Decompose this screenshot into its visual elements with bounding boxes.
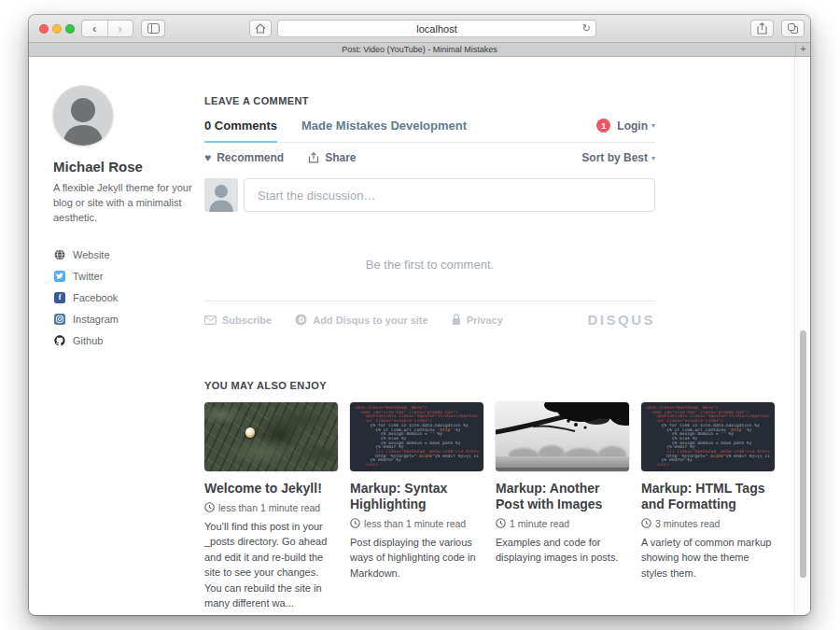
twitter-icon — [53, 270, 66, 282]
leave-comment-heading: LEAVE A COMMENT — [204, 95, 655, 106]
new-tab-button[interactable]: + — [795, 43, 810, 56]
sort-by-dropdown[interactable]: Sort by Best ▾ — [581, 151, 655, 164]
browser-window: ‹ › localhost ↻ — [29, 15, 810, 615]
nav-buttons: ‹ › — [81, 20, 133, 37]
sidebar-link-instagram[interactable]: Instagram — [53, 313, 195, 326]
commenter-avatar — [204, 178, 238, 212]
clock-icon — [496, 518, 506, 528]
scrollbar-thumb[interactable] — [800, 330, 806, 578]
instagram-icon — [53, 313, 66, 325]
author-sidebar: Michael Rose A flexible Jekyll theme for… — [53, 86, 195, 356]
sidebar-toggle-button[interactable] — [141, 20, 165, 37]
share-thread-button[interactable]: Share — [308, 151, 356, 164]
card-title[interactable]: Markup: Syntax Highlighting — [350, 481, 483, 512]
share-icon — [757, 22, 767, 35]
person-silhouette-icon — [204, 178, 238, 212]
avatar — [53, 86, 113, 146]
code-screenshot-thumbnail: <div class="masthead__menu"> <nav id="si… — [641, 402, 775, 471]
show-tabs-button[interactable] — [781, 20, 805, 37]
recommend-button[interactable]: ♥ Recommend — [204, 151, 284, 164]
privacy-link[interactable]: Privacy — [452, 314, 503, 326]
empty-comments-message: Be the first to comment. — [204, 258, 655, 272]
address-bar[interactable]: localhost ↻ — [277, 20, 596, 37]
login-label: Login — [617, 119, 648, 133]
main-column: LEAVE A COMMENT 0 Comments Made Mistakes… — [204, 57, 779, 611]
clock-icon — [350, 518, 360, 528]
sidebar-link-website[interactable]: Website — [53, 248, 195, 261]
foggy-trees-photo-thumbnail — [496, 402, 629, 471]
related-posts-row: Welcome to Jekyll! less than 1 minute re… — [204, 402, 779, 611]
read-time-row: less than 1 minute read — [350, 518, 483, 529]
read-time-row: 3 minutes read — [641, 518, 775, 529]
related-card-html-tags[interactable]: <div class="masthead__menu"> <nav id="si… — [641, 402, 775, 611]
chevron-down-icon: ▾ — [651, 121, 655, 130]
facebook-icon: f — [53, 291, 66, 303]
disqus-actions-row: ♥ Recommend Share Sort by Best ▾ — [204, 151, 655, 164]
close-window-button[interactable] — [39, 24, 49, 34]
github-icon — [53, 334, 66, 346]
login-control[interactable]: 1 Login ▾ — [596, 119, 655, 133]
home-button[interactable] — [249, 20, 272, 37]
card-excerpt: Examples and code for displaying images … — [496, 535, 629, 566]
clock-icon — [641, 518, 651, 528]
scrollbar-track[interactable] — [794, 57, 810, 614]
card-excerpt: A variety of common markup showing how t… — [641, 535, 775, 581]
active-tab-title[interactable]: Post: Video (YouTube) - Minimal Mistakes — [342, 45, 497, 54]
sidebar-link-twitter[interactable]: Twitter — [53, 270, 195, 283]
related-card-welcome[interactable]: Welcome to Jekyll! less than 1 minute re… — [204, 402, 338, 611]
disqus-section: LEAVE A COMMENT 0 Comments Made Mistakes… — [204, 95, 655, 328]
related-card-syntax[interactable]: <div class="masthead__menu"> <nav id="si… — [350, 402, 483, 611]
home-icon — [255, 23, 266, 34]
disqus-d-icon — [295, 314, 307, 326]
related-posts-heading: YOU MAY ALSO ENJOY — [204, 380, 779, 391]
tabs-icon — [788, 23, 798, 34]
lock-icon — [452, 314, 461, 326]
sidebar-link-facebook[interactable]: f Facebook — [53, 291, 195, 304]
chevron-down-icon: ▾ — [651, 154, 655, 162]
disqus-footer: Subscribe Add Disqus to your site — [204, 301, 655, 328]
browser-toolbar: ‹ › localhost ↻ — [29, 15, 810, 43]
disqus-tabs-row: 0 Comments Made Mistakes Development 1 L… — [204, 119, 655, 143]
code-screenshot-thumbnail: <div class="masthead__menu"> <nav id="si… — [350, 402, 483, 471]
forward-button[interactable]: › — [108, 21, 133, 36]
sidebar-link-github[interactable]: Github — [53, 334, 195, 347]
foggy-landscape-image — [496, 402, 629, 471]
read-time-row: 1 minute read — [496, 518, 629, 529]
heart-icon: ♥ — [204, 152, 211, 163]
zoom-window-button[interactable] — [65, 24, 75, 34]
author-name: Michael Rose — [53, 159, 195, 175]
comment-input[interactable] — [244, 178, 655, 212]
person-silhouette-icon — [53, 86, 113, 146]
tab-comment-count[interactable]: 0 Comments — [204, 119, 277, 143]
share-arrow-icon — [308, 152, 319, 163]
read-time-row: less than 1 minute read — [204, 502, 338, 513]
reload-button[interactable]: ↻ — [582, 22, 591, 35]
comment-composer — [204, 178, 655, 212]
add-disqus-link[interactable]: Add Disqus to your site — [295, 314, 427, 326]
related-card-images[interactable]: Markup: Another Post with Images 1 minut… — [496, 402, 629, 611]
sidebar-icon — [147, 23, 160, 34]
card-excerpt: You’ll find this post in your _posts dir… — [204, 519, 338, 611]
clock-icon — [204, 502, 215, 512]
back-button[interactable]: ‹ — [82, 21, 108, 36]
envelope-icon — [204, 315, 217, 325]
globe-icon — [53, 248, 66, 260]
water-droplet — [245, 427, 255, 438]
tab-forum-name[interactable]: Made Mistakes Development — [301, 119, 467, 133]
url-text: localhost — [278, 23, 595, 35]
card-title[interactable]: Welcome to Jekyll! — [204, 481, 338, 497]
subscribe-link[interactable]: Subscribe — [204, 315, 272, 326]
card-excerpt: Post displaying the various ways of high… — [350, 535, 483, 581]
author-bio: A flexible Jekyll theme for your blog or… — [53, 181, 195, 226]
card-title[interactable]: Markup: Another Post with Images — [496, 481, 629, 512]
tab-bar: Post: Video (YouTube) - Minimal Mistakes… — [29, 43, 810, 57]
share-button[interactable] — [750, 20, 774, 37]
minimize-window-button[interactable] — [52, 24, 62, 34]
author-links: Website Twitter f Facebook — [53, 248, 195, 347]
dewdrop-photo-thumbnail — [204, 402, 338, 471]
notification-badge: 1 — [596, 119, 610, 133]
disqus-logo[interactable]: DISQUS — [587, 312, 655, 328]
card-title[interactable]: Markup: HTML Tags and Formatting — [641, 481, 775, 512]
page-content: Michael Rose A flexible Jekyll theme for… — [29, 57, 810, 614]
